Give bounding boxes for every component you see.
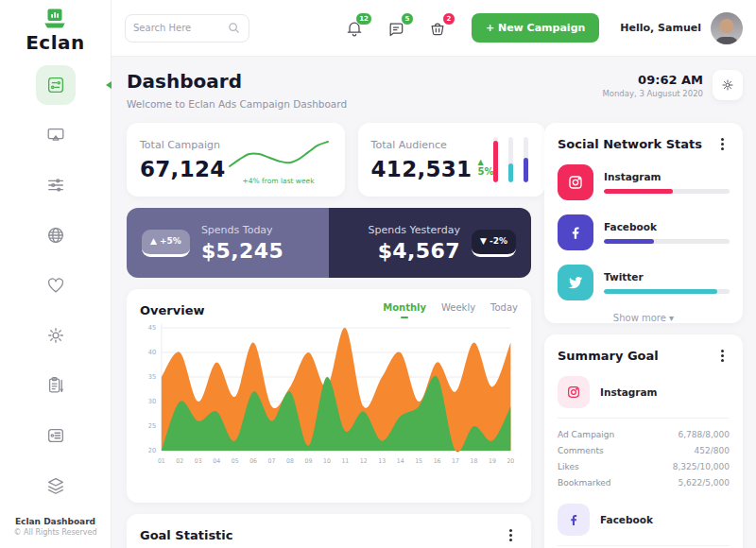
clock-block: 09:62 AM Monday, 3 Augusut 2020 (602, 73, 703, 98)
tab-monthly[interactable]: Monthly (383, 302, 426, 318)
summary-section-instagram: Instagram Ad Campaign6,788/8,000 Comment… (558, 374, 730, 490)
new-campaign-button[interactable]: + New Campaign (472, 13, 599, 43)
total-audience-card: Total Audience 412,531 ▲ 5% (358, 123, 546, 197)
svg-text:07: 07 (268, 457, 276, 464)
app-logo: Eclan (26, 0, 85, 54)
svg-text:10: 10 (323, 457, 331, 464)
search-input[interactable] (133, 23, 227, 33)
page-subtitle: Welcome to Eclan Ads Campaign Dashboard (127, 98, 347, 110)
overview-tabs: Monthly Weekly Today (383, 302, 518, 318)
campaign-sparkline-chart (226, 134, 332, 172)
sidebar-item-layers[interactable] (36, 466, 76, 505)
spends-today-panel: ▲ +5% Spends Today $5,245 (127, 208, 329, 278)
network-name: Facebook (604, 221, 730, 232)
mini-bar (524, 137, 528, 182)
sliders-icon (45, 175, 66, 196)
total-audience-label: Total Audience (371, 139, 494, 151)
footer-copyright: © All Rights Reserved (13, 528, 96, 537)
sidebar-item-dashboard[interactable] (36, 65, 76, 105)
spends-yesterday-panel: Spends Yesterday $4,567 ▼ -2% (329, 208, 531, 278)
twitter-icon[interactable] (558, 265, 593, 300)
facebook-icon (558, 504, 590, 536)
goal-statistic-title: Goal Statistic (140, 528, 233, 542)
total-audience-value: 412,531 (371, 157, 472, 181)
notifications-button[interactable]: 12 (343, 17, 366, 40)
sidebar-item-globe[interactable] (36, 215, 76, 255)
gear-icon (45, 325, 66, 346)
svg-text:05: 05 (232, 457, 239, 464)
svg-text:16: 16 (434, 457, 441, 464)
facebook-icon[interactable] (558, 214, 593, 250)
summary-goal-menu-button[interactable] (714, 348, 730, 363)
clock-time: 09:62 AM (602, 73, 703, 87)
summary-goal-title: Summary Goal (558, 349, 659, 363)
summary-section-facebook: Facebook Ad Campaign6,788/8,000 Comments… (558, 502, 730, 548)
overview-title: Overview (140, 303, 205, 317)
svg-text:02: 02 (176, 457, 183, 464)
goal-statistic-menu-button[interactable] (503, 527, 518, 542)
instagram-progress (604, 189, 730, 194)
summary-row: Likes8,325/10,000 (558, 458, 730, 474)
up-triangle-icon: ▲ (477, 158, 483, 166)
search-box[interactable] (125, 14, 249, 43)
clipboard-pencil-icon (45, 375, 66, 396)
clock-date: Monday, 3 Augusut 2020 (602, 89, 703, 98)
top-bar: 12 5 2 + New Campaign Hello, Samuel (112, 0, 756, 57)
instagram-icon[interactable] (558, 164, 593, 200)
kebab-icon (721, 143, 724, 146)
svg-text:15: 15 (415, 457, 422, 464)
messages-badge: 5 (401, 12, 414, 26)
sidebar-item-favorites[interactable] (36, 265, 76, 305)
total-campaign-label: Total Campaign (140, 139, 226, 151)
social-stats-menu-button[interactable] (714, 136, 730, 151)
kebab-icon (721, 354, 724, 357)
svg-text:40: 40 (148, 349, 156, 356)
instagram-icon (558, 376, 590, 408)
network-name: Twitter (604, 271, 730, 283)
show-more-button[interactable]: Show more ▾ (558, 313, 730, 323)
campaign-trend-note: +4% from last week (226, 177, 332, 185)
caret-down-icon: ▾ (669, 313, 674, 323)
spends-today-badge: ▲ +5% (142, 230, 190, 257)
svg-text:45: 45 (148, 324, 156, 332)
app-window: Eclan (0, 0, 756, 548)
spends-banner: ▲ +5% Spends Today $5,245 Spends Yesterd… (127, 208, 531, 278)
mini-bar (508, 137, 513, 182)
social-network-stats-card: Social Network Stats Instagram (544, 123, 743, 323)
sidebar-item-reports[interactable] (36, 366, 76, 405)
summary-row: Bookmarked5,622/5,000 (558, 474, 730, 490)
summary-network-name: Instagram (600, 386, 657, 398)
svg-text:09: 09 (305, 457, 313, 464)
svg-text:04: 04 (213, 457, 220, 464)
sidebar-item-sliders[interactable] (36, 165, 76, 205)
svg-text:17: 17 (452, 457, 459, 464)
globe-icon (45, 225, 66, 246)
user-avatar[interactable] (711, 12, 743, 44)
settings-button[interactable] (713, 70, 743, 100)
sidebar-footer: Eclan Dashboard © All Rights Reserved (13, 517, 96, 548)
tab-weekly[interactable]: Weekly (441, 302, 475, 318)
svg-text:01: 01 (158, 457, 165, 464)
svg-text:06: 06 (249, 457, 257, 464)
messages-button[interactable]: 5 (385, 17, 407, 40)
spends-yesterday-label: Spends Yesterday (369, 224, 460, 236)
svg-text:12: 12 (360, 457, 368, 464)
facebook-progress (604, 239, 730, 244)
greeting-text: Hello, Samuel (620, 22, 701, 34)
notifications-badge: 12 (355, 12, 372, 26)
summary-row: Ad Campaign6,788/8,000 (558, 426, 730, 442)
logo-text: Eclan (26, 31, 85, 54)
network-name: Instagram (604, 171, 730, 182)
overview-area-chart: 2025303540450102030405060708091011121314… (140, 318, 518, 477)
social-stats-title: Social Network Stats (558, 137, 702, 151)
sidebar-item-panels[interactable] (36, 416, 76, 455)
spends-today-label: Spends Today (201, 224, 284, 236)
stat-cards-row: Total Campaign 67,124 +4% from last week… (127, 123, 531, 197)
laptop-logo-icon (41, 8, 69, 30)
cart-button[interactable]: 2 (426, 17, 449, 40)
total-campaign-card: Total Campaign 67,124 +4% from last week (127, 123, 345, 197)
social-row-facebook: Facebook (558, 214, 730, 250)
tab-today[interactable]: Today (490, 302, 518, 318)
sidebar-item-presentation[interactable] (36, 115, 76, 155)
sidebar-item-settings[interactable] (36, 316, 76, 355)
